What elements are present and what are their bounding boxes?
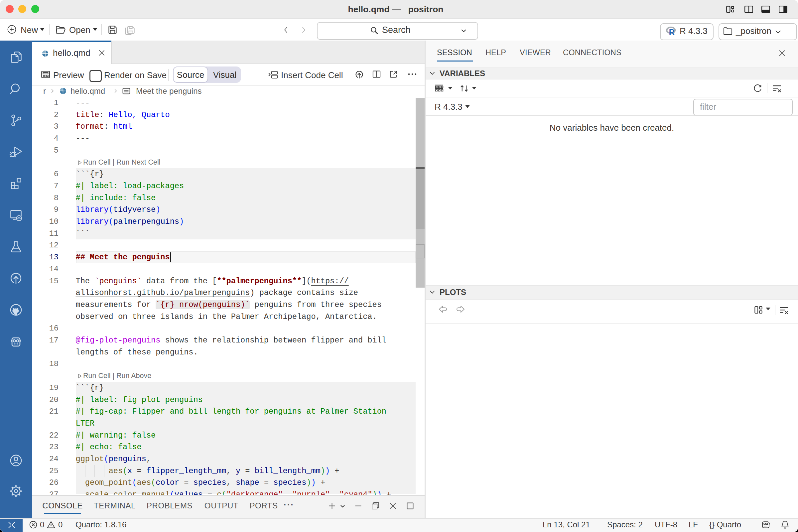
svg-text:R: R: [669, 27, 674, 37]
